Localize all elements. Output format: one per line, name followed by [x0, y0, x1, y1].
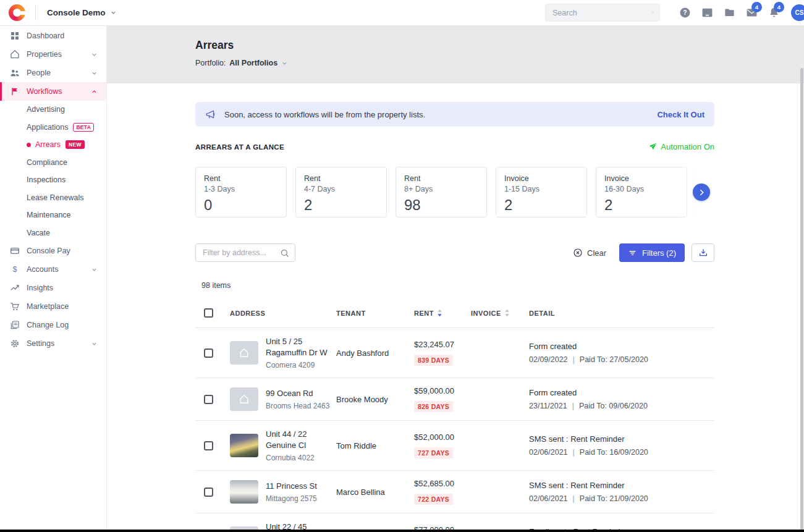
page-title: Arrears	[195, 39, 804, 52]
sidebar-item-arrears[interactable]: Arrears NEW	[0, 136, 106, 154]
notifications-button[interactable]: 4	[763, 7, 785, 19]
row-checkbox[interactable]	[204, 488, 213, 497]
announcement-banner: Soon, access to workflows will be from t…	[195, 102, 714, 127]
sidebar-item-lease-renewals[interactable]: Lease Renewals	[0, 189, 106, 207]
sidebar-item-maintenance[interactable]: Maintenance	[0, 206, 106, 224]
automation-label: Automation On	[661, 142, 714, 151]
tenant-name: Marco Bellina	[336, 488, 414, 497]
sort-icon[interactable]	[437, 308, 442, 318]
sidebar-item-insights[interactable]: Insights	[0, 279, 106, 297]
changelog-icon	[10, 320, 20, 330]
days-overdue-badge: 839 DAYS	[414, 355, 453, 366]
sidebar-item-people[interactable]: People	[0, 64, 106, 82]
sidebar-item-compliance[interactable]: Compliance	[0, 154, 106, 172]
sidebar-item-properties[interactable]: Properties	[0, 45, 106, 64]
property-address-link[interactable]: Unit 5 / 25 Ragamuffin Dr W	[266, 336, 330, 358]
property-address-link[interactable]: Unit 44 / 22 Genuine Cl	[266, 429, 330, 450]
sidebar-item-console-pay[interactable]: Console Pay	[0, 242, 106, 260]
home-icon	[10, 49, 20, 59]
sidebar: Dashboard Properties People Workflows Ad…	[0, 26, 107, 532]
sidebar-label: Console Pay	[27, 247, 70, 255]
sort-icon[interactable]	[504, 308, 510, 318]
glance-card-rent-4-7[interactable]: Rent 4-7 Days 2	[295, 167, 387, 217]
detail-date: 02/06/2021	[529, 494, 568, 503]
filter-bar: Clear Filters (2)	[195, 243, 714, 262]
chevron-down-icon	[91, 266, 98, 273]
column-tenant: TENANT	[336, 310, 414, 317]
documents-button[interactable]	[718, 7, 740, 19]
detail-meta: 02/09/2022|Paid To: 27/05/2020	[529, 355, 714, 364]
clear-circle-icon	[573, 248, 583, 258]
property-locality: Cornubia 4022	[266, 454, 330, 462]
clear-label: Clear	[587, 248, 606, 258]
sidebar-label: Settings	[27, 339, 54, 348]
rent-amount: $52,000.00	[414, 433, 471, 442]
row-checkbox[interactable]	[204, 348, 213, 358]
export-button[interactable]	[692, 243, 714, 262]
sidebar-item-dashboard[interactable]: Dashboard	[0, 27, 106, 45]
card-count: 2	[304, 196, 378, 214]
sidebar-item-vacate[interactable]: Vacate	[0, 224, 106, 242]
address-filter-input[interactable]	[203, 248, 280, 257]
sidebar-item-accounts[interactable]: $ Accounts	[0, 260, 106, 279]
column-rent[interactable]: RENT	[414, 308, 471, 318]
console-logo[interactable]	[9, 4, 25, 21]
property-locality: Brooms Head 2463	[266, 402, 329, 410]
cards-next-button[interactable]	[693, 184, 710, 201]
property-address-link[interactable]: 99 Ocean Rd	[266, 388, 329, 399]
card-count: 2	[504, 196, 578, 214]
portfolio-selector[interactable]: Portfolio: All Portfolios	[195, 59, 804, 67]
dashboard-icon	[10, 31, 20, 41]
svg-text:?: ?	[683, 9, 687, 16]
detail-divider: |	[573, 355, 575, 364]
help-button[interactable]: ?	[674, 7, 696, 19]
agency-switcher[interactable]: Console Demo	[47, 8, 117, 17]
property-locality: Mittagong 2575	[266, 494, 317, 503]
glance-card-rent-1-3[interactable]: Rent 1-3 Days 0	[195, 167, 287, 217]
row-checkbox[interactable]	[204, 441, 213, 450]
messages-button[interactable]: 4	[740, 7, 763, 19]
topbar: Console Demo ? 4 4 CS	[0, 0, 804, 26]
cart-icon	[10, 302, 20, 311]
chevron-down-icon	[281, 60, 288, 67]
row-checkbox[interactable]	[204, 395, 213, 404]
apps-button[interactable]	[696, 7, 718, 19]
clear-filters-button[interactable]: Clear	[573, 248, 606, 258]
sidebar-item-advertising[interactable]: Advertising	[0, 101, 106, 119]
select-all-checkbox[interactable]	[204, 308, 213, 318]
sidebar-item-marketplace[interactable]: Marketplace	[0, 297, 106, 316]
card-range: 4-7 Days	[304, 185, 378, 193]
search-input[interactable]	[552, 9, 652, 17]
automation-toggle[interactable]: Automation On	[648, 142, 714, 151]
column-invoice[interactable]: INVOICE	[471, 308, 529, 318]
glance-card-invoice-1-15[interactable]: Invoice 1-15 Days 2	[496, 167, 587, 217]
main-content: Arrears Portfolio: All Portfolios Soon, …	[107, 26, 804, 532]
sidebar-item-inspections[interactable]: Inspections	[0, 171, 106, 189]
banner-cta-link[interactable]: Check It Out	[657, 110, 705, 119]
sidebar-item-workflows[interactable]: Workflows	[0, 82, 106, 101]
portfolio-label: Portfolio:	[195, 59, 226, 67]
rent-amount: $23,245.07	[414, 340, 471, 349]
sidebar-item-applications[interactable]: Applications BETA	[0, 119, 106, 137]
dollar-icon: $	[10, 264, 20, 274]
chevron-up-icon	[91, 88, 98, 95]
glance-card-invoice-16-30[interactable]: Invoice 16-30 Days 2	[596, 167, 687, 217]
sidebar-label: Insights	[27, 284, 53, 292]
glance-card-rent-8plus[interactable]: Rent 8+ Days 98	[396, 167, 487, 217]
filters-button[interactable]: Filters (2)	[619, 243, 685, 262]
sidebar-item-settings[interactable]: Settings	[0, 334, 106, 353]
sidebar-label: Change Log	[27, 321, 69, 329]
detail-meta: 23/11/2021|Paid To: 09/06/2020	[529, 402, 714, 410]
table-header: ADDRESS TENANT RENT INVOICE DETAIL	[195, 308, 714, 328]
card-range: 16-30 Days	[604, 185, 679, 193]
sidebar-label: Workflows	[27, 87, 62, 96]
detail-action: SMS sent : Rent Reminder	[529, 434, 714, 444]
gear-icon	[10, 339, 20, 348]
scrollbar-thumb[interactable]	[800, 68, 803, 530]
sidebar-item-change-log[interactable]: Change Log	[0, 316, 106, 334]
sidebar-label: People	[27, 69, 51, 77]
user-avatar[interactable]: CS	[791, 4, 804, 21]
sidebar-label: Marketplace	[27, 302, 69, 311]
window-bottom-edge	[0, 530, 804, 532]
property-address-link[interactable]: 11 Princess St	[266, 481, 317, 492]
